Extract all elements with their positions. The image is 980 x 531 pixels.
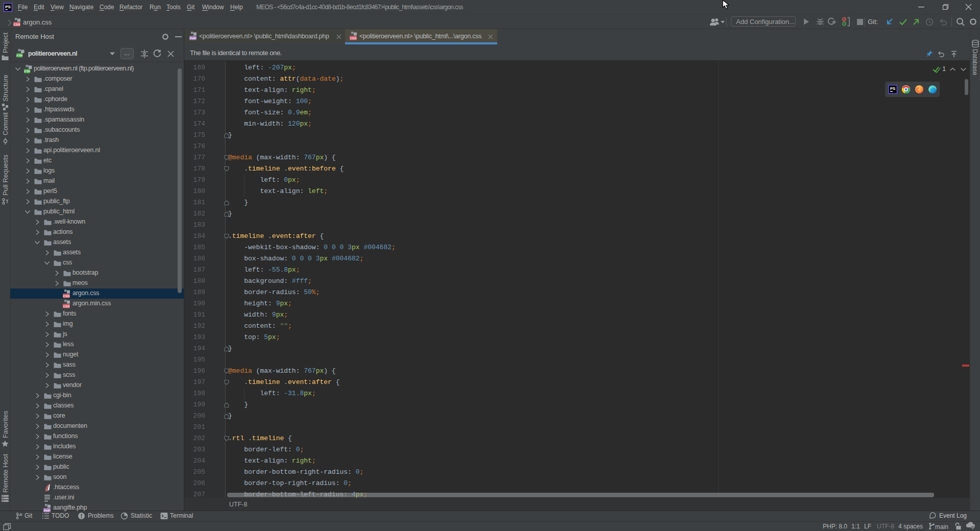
svg-text:CSS: CSS: [350, 36, 357, 40]
svg-text:PHP: PHP: [190, 36, 197, 40]
svg-text:CSS: CSS: [14, 22, 20, 26]
svg-text:FTP: FTP: [17, 54, 22, 57]
svg-text:PS: PS: [5, 5, 11, 9]
svg-text:PHP: PHP: [44, 509, 51, 512]
svg-text:CSS: CSS: [63, 294, 70, 298]
svg-text:PS: PS: [890, 86, 895, 91]
svg-text:FTP: FTP: [24, 70, 30, 73]
svg-text:CSS: CSS: [63, 304, 70, 308]
